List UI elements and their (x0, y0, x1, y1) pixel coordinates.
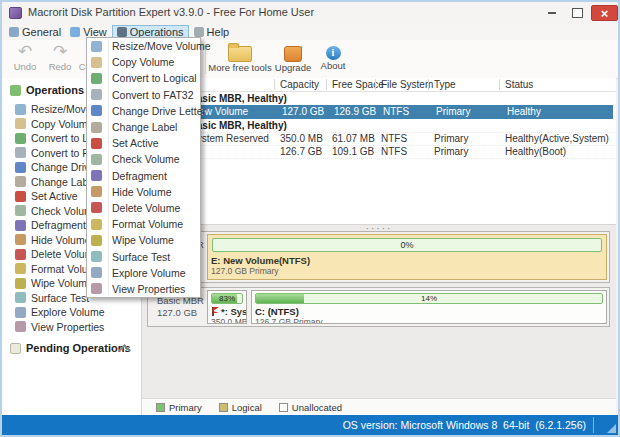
copy-volume-icon (91, 57, 102, 68)
operations-icon (117, 27, 127, 37)
operations-header-label: Operations (26, 84, 84, 96)
menu-item-check-volume[interactable]: Check Volume (87, 151, 200, 167)
undo-button[interactable]: Undo (8, 42, 42, 76)
copy-volume-icon (15, 118, 26, 129)
menu-item-hide-volume[interactable]: Hide Volume (87, 184, 200, 200)
convert-logical-icon (91, 73, 102, 84)
menu-item-surface-test[interactable]: Surface Test (87, 248, 200, 264)
sidebar-item-explore-volume[interactable]: Explore Volume (2, 305, 141, 320)
statusbar-separator (593, 417, 594, 433)
delete-volume-icon (91, 202, 102, 213)
set-active-icon (91, 138, 102, 149)
volume-capacity: 127.0 GB (282, 105, 324, 119)
menu-item-label: Delete Volume (112, 202, 180, 214)
volume-type: Primary (436, 105, 470, 119)
primary-swatch-icon (156, 403, 165, 412)
more-free-tools-icon (228, 46, 252, 62)
menu-item-label: Convert to Logical (112, 72, 197, 84)
sidebar-item-label: Hide Volume (31, 234, 91, 246)
partition-name: E: New Volume(NTFS) (211, 255, 603, 266)
change-drive-letter-icon (91, 105, 102, 116)
menu-item-label: Explore Volume (112, 267, 186, 279)
column-separator (428, 79, 429, 90)
menu-item-format-volume[interactable]: Format Volume (87, 216, 200, 232)
legend-logical-label: Logical (232, 402, 262, 413)
table-row-new-volume[interactable]: New Volume 127.0 GB 126.9 GB NTFS Primar… (144, 105, 613, 119)
sidebar-item-label: Set Active (31, 190, 78, 202)
surface-test-icon (91, 251, 102, 262)
volume-file-system: NTFS (381, 145, 407, 158)
menu-item-set-active[interactable]: Set Active (87, 135, 200, 151)
menu-item-convert-to-fat32[interactable]: Convert to FAT32 (87, 87, 200, 103)
volume-status: Healthy(Boot) (505, 145, 566, 158)
undo-label: Undo (8, 61, 42, 72)
menu-general[interactable]: General (5, 25, 65, 39)
redo-button[interactable]: Redo (43, 42, 77, 76)
disk1-graph-row: Basic MBR 127.0 GB 0% E: New Volume(NTFS… (147, 231, 610, 283)
usage-bar: 14% (255, 293, 603, 304)
about-button[interactable]: About (314, 42, 352, 76)
col-status[interactable]: Status (505, 78, 533, 91)
volume-free-space: 109.1 GB (332, 145, 374, 158)
sidebar-item-label: Defragment (31, 219, 86, 231)
os-version-text: OS version: Microsoft Windows 8 64-bit (… (343, 419, 586, 431)
sidebar-pending-header[interactable]: Pending Operations (10, 342, 133, 354)
status-bar: OS version: Microsoft Windows 8 64-bit (… (2, 415, 618, 435)
volume-free-space: 61.07 MB (332, 132, 375, 145)
maximize-button[interactable] (568, 5, 586, 21)
col-type[interactable]: Type (434, 78, 456, 91)
defragment-icon (15, 220, 26, 231)
col-capacity[interactable]: Capacity (280, 78, 319, 91)
menu-item-resize-move-volume[interactable]: Resize/Move Volume (87, 38, 200, 54)
table-row-system-reserved[interactable]: System Reserved 350.0 MB 61.07 MB NTFS P… (142, 132, 616, 146)
menu-item-change-drive-letter[interactable]: Change Drive Letter (87, 103, 200, 119)
table-header: Capacity Free Space File System Type Sta… (142, 78, 616, 92)
wipe-volume-icon (91, 235, 102, 246)
menu-item-label: Wipe Volume (112, 234, 174, 246)
legend-unallocated-label: Unallocated (292, 402, 342, 413)
menu-item-defragment[interactable]: Defragment (87, 168, 200, 184)
menu-item-label: Copy Volume (112, 56, 174, 68)
menu-item-copy-volume[interactable]: Copy Volume (87, 54, 200, 70)
usage-bar: 83% (211, 293, 243, 304)
convert-fat32-icon (15, 147, 26, 158)
operations-dropdown-menu: Resize/Move Volume Copy Volume Convert t… (86, 37, 201, 298)
menu-item-change-label[interactable]: Change Label (87, 119, 200, 135)
menu-item-label: Change Label (112, 121, 177, 133)
menu-item-wipe-volume[interactable]: Wipe Volume (87, 232, 200, 248)
table-row-c-drive[interactable]: C: 126.7 GB 109.1 GB NTFS Primary Health… (142, 145, 616, 159)
sidebar-item-label: View Properties (31, 321, 104, 333)
col-file-system[interactable]: File System (381, 78, 433, 91)
change-label-icon (15, 176, 26, 187)
explore-volume-icon (15, 307, 26, 318)
menu-item-label: Resize/Move Volume (112, 40, 211, 52)
resize-grip[interactable] (607, 424, 616, 433)
title-bar[interactable]: Macrorit Disk Partition Expert v3.9.0 - … (2, 2, 618, 24)
sidebar-item-label: Surface Test (31, 292, 89, 304)
help-icon (194, 27, 204, 37)
sidebar-item-view-properties[interactable]: View Properties (2, 320, 141, 335)
close-button[interactable] (591, 5, 618, 21)
volume-file-system: NTFS (381, 132, 407, 145)
partition-detail: 350.0 MB P. (211, 317, 243, 324)
table-row-disk2[interactable]: Disk 2 (Basic MBR, Healthy) (142, 119, 616, 133)
menu-item-explore-volume[interactable]: Explore Volume (87, 265, 200, 281)
view-icon (70, 27, 80, 37)
partition-c-drive[interactable]: 14% C: (NTFS) 126.7 GB Primary (251, 290, 607, 324)
more-free-tools-button[interactable]: More free tools (207, 42, 273, 76)
more-free-tools-label: More free tools (207, 62, 273, 73)
menu-item-label: Defragment (112, 170, 167, 182)
minimize-button[interactable] (543, 5, 561, 21)
splitter-handle[interactable] (142, 218, 616, 228)
partition-system-reserved[interactable]: 83% *: Sys... 350.0 MB P. (207, 290, 247, 324)
defragment-icon (91, 170, 102, 181)
menu-item-convert-to-logical[interactable]: Convert to Logical (87, 70, 200, 86)
table-row-disk1[interactable]: Disk 1 (Basic MBR, Healthy) (142, 92, 616, 106)
upgrade-button[interactable]: Upgrade (270, 42, 316, 76)
menu-item-label: Check Volume (112, 153, 180, 165)
partition-e-new-volume[interactable]: 0% E: New Volume(NTFS) 127.0 GB Primary (207, 234, 607, 280)
menu-item-view-properties[interactable]: View Properties (87, 281, 200, 297)
volume-capacity: 350.0 MB (280, 132, 323, 145)
undo-icon (18, 42, 32, 61)
menu-item-delete-volume[interactable]: Delete Volume (87, 200, 200, 216)
